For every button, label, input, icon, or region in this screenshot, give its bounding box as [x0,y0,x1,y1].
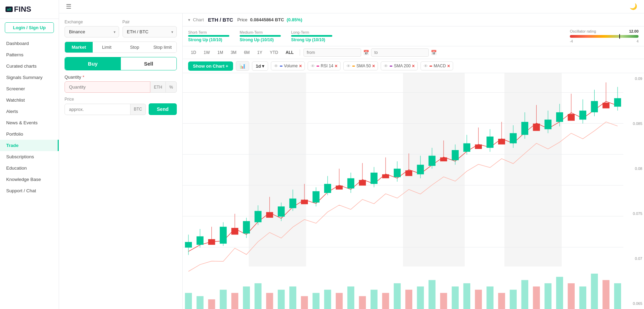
tf-ytd[interactable]: YTD [267,49,281,56]
sidebar-item-screener[interactable]: Screener [0,83,59,94]
oscillator-max: 12.00 [629,29,639,33]
interval-button[interactable]: 1d ▾ [252,61,268,71]
quantity-percent[interactable]: % [166,81,177,93]
interval-dropdown-icon: ▾ [262,64,264,69]
sidebar-item-watchlist[interactable]: Watchlist [0,94,59,106]
trade-panel: Exchange Binance ▾ Pair ETH / BTC ▾ [59,13,183,309]
logo: alt FINS [0,0,59,19]
macd-remove-icon[interactable]: × [447,63,450,69]
hamburger-icon[interactable]: ☰ [66,3,71,10]
rsi-label: RSI 14 [321,64,333,68]
sma50-eye-icon[interactable]: 👁 [346,64,351,69]
exchange-select[interactable]: Binance [65,26,119,37]
tf-6m[interactable]: 6M [241,49,253,56]
chart-canvas-area: 0.09 0.085 0.08 0.075 0.07 0.065 [183,73,644,309]
sidebar-item-patterns[interactable]: Patterns [0,49,59,60]
chart-toolbar: Show on Chart + 📊 1d ▾ 👁 Volume × 👁 [183,59,644,73]
chart-area: ▾ Chart ETH / BTC Price 0.08445864 BTC (… [183,13,644,309]
login-button[interactable]: Login / Sign Up [5,22,54,33]
chart-price-value: 0.08445864 BTC [250,17,284,22]
volume-eye-icon[interactable]: 👁 [274,64,278,69]
medium-term-bar [240,35,281,37]
tf-1y[interactable]: 1Y [254,49,265,56]
tf-1d[interactable]: 1D [188,49,199,56]
dark-mode-button[interactable]: 🌙 [630,3,637,10]
oscillator-section: Oscillator rating 12.00 -4 4 [570,29,639,43]
sma200-remove-icon[interactable]: × [412,63,415,69]
chart-price-change: (0.85%) [287,17,302,22]
tab-stop[interactable]: Stop [121,42,149,53]
chart-price-label: Price 0.08445864 BTC (0.85%) [237,17,302,22]
sma200-label: SMA 200 [394,64,411,68]
tab-limit[interactable]: Limit [93,42,120,53]
chart-title-section: ▾ Chart [188,17,204,22]
candlestick-chart[interactable] [183,73,623,309]
buy-button[interactable]: Buy [65,57,121,70]
oscillator-marker [619,34,620,39]
price-level-5: 0.085 [625,122,642,126]
macd-eye-icon[interactable]: 👁 [424,64,428,69]
from-date-input[interactable] [303,48,361,57]
logo-badge: alt [5,7,13,12]
indicator-macd: 👁 MACD × [421,61,453,70]
rsi-eye-icon[interactable]: 👁 [311,64,315,69]
chart-type-button[interactable]: 📊 [236,61,249,71]
sidebar-item-curated-charts[interactable]: Curated charts [0,60,59,72]
volume-remove-icon[interactable]: × [299,63,302,69]
pair-label: Pair [123,20,177,24]
quantity-input[interactable] [65,81,150,93]
send-button[interactable]: Send [149,103,177,115]
rsi-color-dot [317,66,319,67]
sidebar-item-dashboard[interactable]: Dashboard [0,38,59,49]
exchange-select-wrapper[interactable]: Binance ▾ [65,26,119,37]
short-term-signal: Short-Term Strong Up (10/10) [188,30,229,42]
oscillator-positive: 4 [636,39,639,43]
sidebar-item-signals-summary[interactable]: Signals Summary [0,72,59,83]
chart-header: ▾ Chart ETH / BTC Price 0.08445864 BTC (… [183,13,644,26]
oscillator-bar [570,34,639,39]
calendar-to-icon[interactable]: 📅 [431,50,437,55]
sidebar-item-knowledge-base[interactable]: Knowledge Base [0,174,59,185]
sidebar-item-news---events[interactable]: News & Events [0,117,59,128]
quantity-label: Quantity * [65,75,177,80]
pair-select[interactable]: ETH / BTC [123,26,177,37]
rsi-remove-icon[interactable]: × [335,63,337,69]
to-date-input[interactable] [371,48,429,57]
sidebar-item-subscriptions[interactable]: Subscriptions [0,151,59,162]
tf-separator [300,49,300,56]
macd-label: MACD [434,64,446,68]
show-on-chart-button[interactable]: Show on Chart + [188,61,233,71]
tf-3m[interactable]: 3M [228,49,239,56]
sidebar-item-portfolio[interactable]: Portfolio [0,128,59,140]
tf-1w[interactable]: 1W [201,49,212,56]
sell-button[interactable]: Sell [121,57,177,70]
sma200-eye-icon[interactable]: 👁 [384,64,388,69]
tf-all[interactable]: ALL [283,49,296,56]
medium-term-value: Strong Up (10/10) [240,37,281,42]
volume-label: Volume [284,64,298,68]
macd-color-dot [429,66,432,67]
medium-term-label: Medium-Term [240,30,281,34]
sidebar-item-alerts[interactable]: Alerts [0,106,59,117]
tab-stop-limit[interactable]: Stop limit [149,42,176,53]
chart-chevron-icon: ▾ [188,18,190,22]
show-chart-label: Show on Chart + [193,64,228,69]
pair-select-wrapper[interactable]: ETH / BTC ▾ [123,26,177,37]
sma50-remove-icon[interactable]: × [372,63,375,69]
indicator-sma200: 👁 SMA 200 × [381,61,418,70]
price-currency: BTC [130,104,146,115]
required-star: * [82,75,84,80]
sidebar-item-support---chat[interactable]: Support / Chat [0,185,59,196]
price-input[interactable] [65,104,130,115]
sma50-label: SMA 50 [356,64,371,68]
sidebar-item-education[interactable]: Education [0,162,59,174]
content: Exchange Binance ▾ Pair ETH / BTC ▾ [59,13,644,309]
calendar-from-icon[interactable]: 📅 [363,50,369,55]
oscillator-bar-bg [570,35,639,38]
sidebar-item-trade[interactable]: Trade [0,140,59,151]
price-level-4: 0.08 [625,167,642,171]
tab-market[interactable]: Market [65,42,93,53]
quantity-input-group: ETH % [65,81,177,93]
price-level-2: 0.07 [625,256,642,261]
tf-1m[interactable]: 1M [215,49,226,56]
